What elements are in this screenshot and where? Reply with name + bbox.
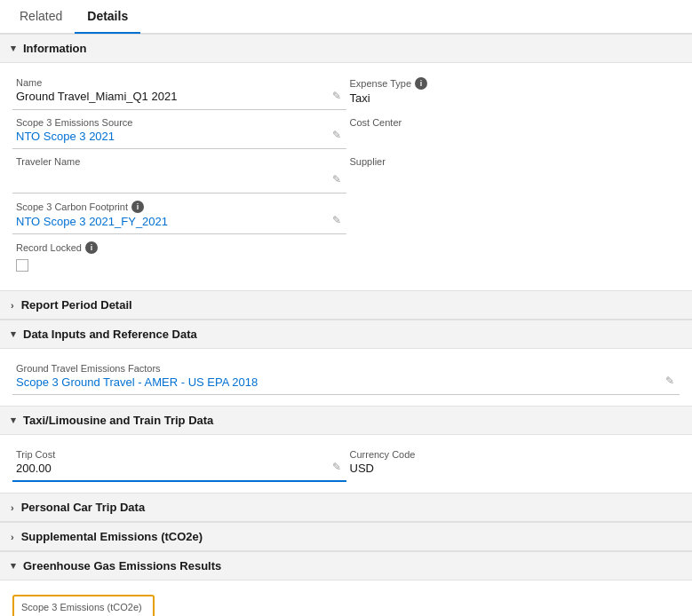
section-data-inputs-label: Data Inputs and Reference Data: [23, 328, 197, 341]
emissions-factors-label: Ground Travel Emissions Factors: [16, 363, 676, 374]
expense-type-label: Expense Type i: [350, 77, 677, 90]
traveler-name-label: Traveler Name: [16, 156, 343, 167]
scope3-emissions-label: Scope 3 Emissions (tCO2e): [21, 602, 146, 612]
record-locked-label: Record Locked i: [16, 241, 676, 254]
section-information-label: Information: [23, 42, 87, 55]
trip-cost-label: Trip Cost: [16, 449, 343, 460]
field-currency-code: Currency Code USD: [346, 444, 680, 482]
tab-details[interactable]: Details: [75, 0, 140, 34]
section-personal-car[interactable]: › Personal Car Trip Data: [0, 493, 692, 522]
emissions-factors-edit-icon[interactable]: ✎: [665, 375, 674, 387]
field-row-name: Name Ground Travel_Miami_Q1 2021 ✎ Expen…: [12, 72, 680, 110]
section-personal-car-label: Personal Car Trip Data: [21, 501, 145, 514]
expense-type-info-icon[interactable]: i: [415, 77, 427, 90]
field-row-record-locked: Record Locked i: [12, 236, 680, 280]
scope3-source-value[interactable]: NTO Scope 3 2021: [16, 130, 343, 143]
carbon-footprint-label: Scope 3 Carbon Footprint i: [16, 201, 343, 213]
chevron-personal-car-icon: ›: [11, 502, 14, 513]
chevron-information-icon: ▾: [11, 43, 16, 54]
chevron-data-inputs-icon: ▾: [11, 328, 16, 340]
field-supplier: Supplier: [346, 151, 680, 193]
section-report-period-label: Report Period Detail: [21, 298, 132, 312]
scope3-source-edit-icon[interactable]: ✎: [332, 129, 341, 141]
field-row-carbon: Scope 3 Carbon Footprint i NTO Scope 3 2…: [12, 195, 680, 234]
section-taxi-body: Trip Cost 200.00 ✎ Currency Code USD: [0, 435, 692, 493]
field-traveler-name: Traveler Name ✎: [12, 151, 346, 193]
field-scope3-source: Scope 3 Emissions Source NTO Scope 3 202…: [12, 112, 346, 149]
chevron-supplemental-icon: ›: [11, 532, 14, 542]
field-expense-type: Expense Type i Taxi: [346, 72, 680, 110]
scope3-emissions-highlight: Scope 3 Emissions (tCO2e) 0.0433: [12, 595, 155, 616]
traveler-name-edit-icon[interactable]: ✎: [332, 173, 341, 186]
field-row-emissions-factors: Ground Travel Emissions Factors Scope 3 …: [12, 358, 680, 395]
trip-cost-edit-icon[interactable]: ✎: [332, 461, 341, 473]
cost-center-label: Cost Center: [350, 117, 677, 128]
currency-code-value: USD: [350, 462, 677, 475]
section-data-inputs[interactable]: ▾ Data Inputs and Reference Data: [0, 320, 692, 349]
name-edit-icon[interactable]: ✎: [332, 90, 341, 102]
tab-related[interactable]: Related: [7, 0, 75, 34]
field-cost-center: Cost Center: [346, 112, 680, 149]
section-taxi-label: Taxi/Limousine and Train Trip Data: [23, 414, 213, 427]
section-taxi-trip[interactable]: ▾ Taxi/Limousine and Train Trip Data: [0, 406, 692, 435]
currency-code-label: Currency Code: [350, 449, 677, 460]
section-supplemental[interactable]: › Supplemental Emissions (tCO2e): [0, 522, 692, 551]
section-report-period[interactable]: › Report Period Detail: [0, 290, 692, 320]
supplier-label: Supplier: [350, 156, 677, 167]
carbon-footprint-value[interactable]: NTO Scope 3 2021_FY_2021: [16, 215, 343, 228]
name-label: Name: [16, 77, 343, 88]
field-row-traveler: Traveler Name ✎ Supplier: [12, 151, 680, 193]
emissions-factors-value[interactable]: Scope 3 Ground Travel - AMER - US EPA 20…: [16, 375, 676, 389]
field-carbon-right: [346, 195, 680, 234]
field-emissions-factors: Ground Travel Emissions Factors Scope 3 …: [12, 358, 680, 395]
field-name: Name Ground Travel_Miami_Q1 2021 ✎: [12, 72, 346, 110]
record-locked-info-icon[interactable]: i: [85, 241, 98, 254]
section-ghg-label: Greenhouse Gas Emissions Results: [23, 559, 221, 573]
field-trip-cost: Trip Cost 200.00 ✎: [12, 444, 346, 482]
section-information[interactable]: ▾ Information: [0, 34, 692, 63]
carbon-footprint-edit-icon[interactable]: ✎: [332, 214, 341, 226]
field-record-locked: Record Locked i: [12, 236, 680, 280]
record-locked-checkbox[interactable]: [16, 259, 28, 272]
tab-bar: Related Details: [0, 0, 692, 34]
carbon-footprint-info-icon[interactable]: i: [131, 201, 144, 213]
name-value: Ground Travel_Miami_Q1 2021: [16, 90, 343, 103]
section-ghg-body: Scope 3 Emissions (tCO2e) 0.0433: [0, 580, 692, 616]
field-row-scope3-source: Scope 3 Emissions Source NTO Scope 3 202…: [12, 112, 680, 149]
section-information-body: Name Ground Travel_Miami_Q1 2021 ✎ Expen…: [0, 63, 692, 290]
field-row-trip-cost: Trip Cost 200.00 ✎ Currency Code USD: [12, 444, 680, 482]
expense-type-value: Taxi: [350, 91, 677, 105]
section-ghg-results[interactable]: ▾ Greenhouse Gas Emissions Results: [0, 551, 692, 580]
field-carbon-footprint: Scope 3 Carbon Footprint i NTO Scope 3 2…: [12, 195, 346, 234]
trip-cost-value: 200.00: [16, 462, 343, 475]
chevron-report-period-icon: ›: [11, 300, 14, 311]
chevron-taxi-icon: ▾: [11, 415, 16, 426]
chevron-ghg-icon: ▾: [11, 560, 16, 572]
section-data-inputs-body: Ground Travel Emissions Factors Scope 3 …: [0, 349, 692, 406]
scope3-source-label: Scope 3 Emissions Source: [16, 117, 343, 128]
section-supplemental-label: Supplemental Emissions (tCO2e): [21, 530, 203, 543]
